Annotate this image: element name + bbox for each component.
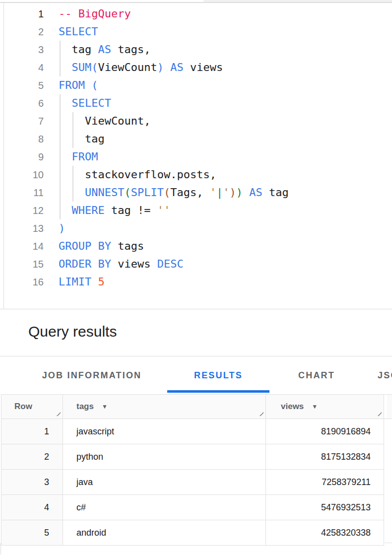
column-header-label: tags — [76, 402, 94, 412]
tab-label: JOB INFORMATION — [42, 370, 142, 381]
table-row: 1javascript8190916894 — [1, 419, 384, 444]
code-line[interactable]: 2SELECT — [0, 23, 392, 41]
code-line[interactable]: 4 SUM(ViewCount) AS views — [0, 59, 392, 76]
code-text: SELECT — [59, 94, 111, 112]
code-line[interactable]: 11 UNNEST(SPLIT(Tags, '|')) AS tag — [0, 184, 392, 202]
code-token: ViewCount — [98, 61, 157, 73]
table-header-row: Rowtags▼views▼ — [1, 395, 392, 419]
cell-tags: c# — [63, 495, 266, 520]
editor-top-strip — [0, 0, 392, 3]
table-row: 3java7258379211 — [1, 470, 384, 495]
line-number: 10 — [0, 166, 44, 184]
code-line[interactable]: 7 ViewCount, — [0, 112, 392, 130]
cell-views: 8175132834 — [266, 444, 384, 469]
code-line[interactable]: 1-- BigQuery — [0, 5, 392, 23]
code-token: ) — [229, 186, 236, 199]
active-tab-underline — [167, 390, 269, 393]
code-line[interactable]: 13) — [0, 219, 392, 237]
code-line[interactable]: 9 FROM — [0, 148, 392, 166]
tab-json[interactable]: JSON — [364, 356, 392, 394]
column-resize-handle[interactable] — [55, 410, 61, 416]
line-number: 13 — [0, 219, 44, 237]
sort-arrow-icon[interactable]: ▼ — [102, 403, 108, 410]
line-number: 5 — [0, 76, 44, 94]
line-number: 8 — [0, 130, 44, 148]
code-text: tag — [59, 130, 105, 148]
code-line[interactable]: 12 WHERE tag != '' — [0, 202, 392, 219]
next-column-header-sliver — [387, 395, 392, 419]
code-token: tag — [262, 186, 289, 199]
indent-guide — [72, 184, 73, 202]
code-token: ( — [164, 186, 170, 199]
code-token: AS — [249, 186, 262, 199]
cell-tags: javascript — [63, 419, 266, 444]
line-number: 11 — [0, 184, 44, 202]
code-line[interactable]: 3 tag AS tags, — [0, 41, 392, 59]
code-token: -- BigQuery — [59, 7, 131, 20]
code-text: UNNEST(SPLIT(Tags, '|')) AS tag — [59, 184, 289, 202]
code-text: ) — [59, 219, 65, 237]
sql-editor[interactable]: 1-- BigQuery2SELECT3 tag AS tags,4 SUM(V… — [0, 5, 392, 291]
tab-label: RESULTS — [194, 370, 243, 381]
code-line[interactable]: 8 tag — [0, 130, 392, 148]
indent-guide — [60, 202, 61, 219]
code-token: ( — [91, 61, 98, 73]
sort-arrow-icon[interactable]: ▼ — [312, 403, 318, 410]
code-line[interactable]: 10 stackoverflow.posts, — [0, 166, 392, 184]
code-token: ' — [223, 186, 229, 199]
column-header-tags[interactable]: tags▼ — [63, 395, 266, 419]
indent-guide — [60, 94, 61, 112]
code-token: ( — [124, 186, 131, 199]
code-token: '' — [157, 204, 171, 216]
indent-guide — [72, 112, 73, 130]
code-text: LIMIT 5 — [59, 273, 105, 291]
tab-results[interactable]: RESULTS — [167, 356, 269, 394]
code-line[interactable]: 6 SELECT — [0, 94, 392, 112]
code-line[interactable]: 15ORDER BY views DESC — [0, 255, 392, 273]
code-text: tag AS tags, — [59, 41, 150, 59]
code-text: GROUP BY tags — [59, 237, 144, 255]
code-token: AS — [170, 61, 184, 73]
indent-guide — [60, 41, 61, 59]
tab-chart[interactable]: CHART — [269, 356, 364, 394]
code-token: SELECT — [72, 97, 111, 109]
code-token: ( — [91, 79, 98, 91]
code-token: AS — [98, 43, 111, 56]
code-token: WHERE — [72, 204, 105, 216]
cell-row-number: 5 — [1, 520, 63, 545]
column-resize-handle[interactable] — [258, 410, 263, 416]
code-token: SPLIT — [131, 186, 164, 199]
indent-guide — [60, 184, 61, 202]
column-header-row[interactable]: Row — [1, 395, 63, 419]
code-line[interactable]: 5FROM ( — [0, 76, 392, 94]
indent-guide — [60, 148, 61, 166]
divider — [0, 309, 392, 309]
code-token: ) — [157, 61, 164, 73]
code-token: ) — [236, 186, 243, 199]
code-token: views — [184, 61, 223, 73]
pane-left-border — [0, 543, 1, 555]
code-line[interactable]: 14GROUP BY tags — [0, 237, 392, 255]
indent-guide — [72, 130, 73, 148]
line-number: 12 — [0, 202, 44, 219]
column-header-views[interactable]: views▼ — [266, 395, 384, 419]
line-number: 15 — [0, 255, 44, 273]
indent-guide — [72, 166, 73, 184]
code-token: views — [111, 258, 157, 270]
column-resize-handle[interactable] — [376, 410, 382, 416]
code-line[interactable]: 16LIMIT 5 — [0, 273, 392, 291]
line-number: 7 — [0, 112, 44, 130]
code-token: GROUP BY — [59, 240, 111, 252]
code-token: stackoverflow.posts, — [59, 168, 216, 181]
code-token: FROM — [72, 150, 98, 163]
table-body: 1javascript81909168942python81751328343j… — [1, 419, 392, 546]
indent-guide — [60, 59, 61, 76]
tab-job-information[interactable]: JOB INFORMATION — [16, 356, 167, 394]
code-token: tag != — [105, 204, 157, 216]
line-number: 2 — [0, 23, 44, 41]
code-token — [164, 61, 170, 73]
code-token: | — [216, 186, 223, 199]
code-token: SELECT — [59, 25, 98, 38]
code-token — [91, 276, 98, 288]
code-text: FROM ( — [59, 76, 98, 94]
